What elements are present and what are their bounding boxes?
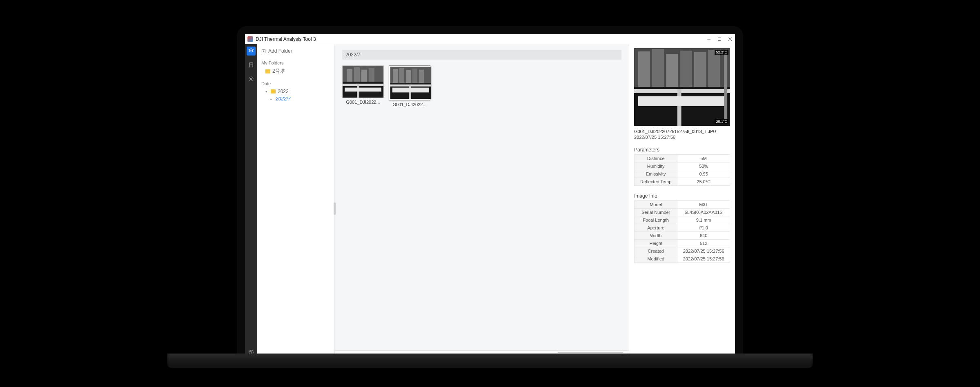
rail-settings-icon[interactable] bbox=[247, 74, 256, 83]
date-year-row[interactable]: ▾ 2022 bbox=[261, 88, 330, 95]
my-folders-label: My Folders bbox=[261, 60, 330, 65]
svg-rect-28 bbox=[419, 70, 424, 83]
add-folder-label: Add Folder bbox=[268, 48, 292, 54]
svg-rect-1 bbox=[718, 38, 721, 40]
image-info-title: Image Info bbox=[634, 193, 730, 199]
thumbnail-label: G001_DJI2022... bbox=[389, 102, 430, 107]
table-row: Width640 bbox=[635, 232, 730, 240]
table-row: Modified2022/07/25 15:27:56 bbox=[635, 255, 730, 263]
svg-rect-26 bbox=[406, 70, 411, 83]
table-row: Humidity50% bbox=[635, 162, 730, 170]
file-name: G001_DJI20220725152756_0013_T.JPG bbox=[634, 129, 730, 134]
svg-rect-25 bbox=[399, 68, 404, 83]
svg-rect-34 bbox=[638, 51, 650, 87]
minimize-button[interactable] bbox=[706, 37, 711, 42]
svg-rect-17 bbox=[361, 70, 367, 82]
svg-rect-37 bbox=[680, 51, 692, 87]
table-row: Serial Number5L4SK6A02AA01S bbox=[635, 209, 730, 216]
svg-rect-38 bbox=[694, 52, 706, 87]
thumbnail-image bbox=[390, 67, 432, 99]
table-row: Focal Length9.1 mm bbox=[635, 216, 730, 224]
parameters-table: Distance5M Humidity50% Emissivity0.95 Re… bbox=[634, 154, 730, 186]
table-row: Height512 bbox=[635, 240, 730, 247]
svg-rect-43 bbox=[724, 53, 727, 121]
svg-rect-36 bbox=[666, 54, 678, 87]
date-month-label: 2022/7 bbox=[276, 96, 291, 102]
folder-icon bbox=[271, 89, 276, 93]
add-folder-button[interactable]: Add Folder bbox=[261, 47, 330, 55]
svg-rect-31 bbox=[392, 88, 429, 93]
date-month-row[interactable]: ▸ 2022/7 bbox=[261, 95, 330, 102]
svg-rect-42 bbox=[638, 96, 726, 106]
date-year-label: 2022 bbox=[278, 89, 289, 94]
left-rail bbox=[245, 44, 257, 361]
titlebar: DJI Thermal Analysis Tool 3 bbox=[245, 34, 735, 44]
svg-rect-27 bbox=[412, 69, 417, 83]
table-row: Emissivity0.95 bbox=[635, 170, 730, 178]
temp-high-badge: 52.2°C bbox=[715, 50, 728, 55]
maximize-button[interactable] bbox=[717, 37, 722, 42]
app-title: DJI Thermal Analysis Tool 3 bbox=[256, 36, 706, 42]
date-label: Date bbox=[261, 81, 330, 86]
rail-report-icon[interactable] bbox=[247, 60, 256, 69]
svg-rect-24 bbox=[393, 69, 398, 83]
svg-rect-41 bbox=[677, 89, 682, 126]
image-info-table: ModelM3T Serial Number5L4SK6A02AA01S Foc… bbox=[634, 200, 730, 263]
table-row: Distance5M bbox=[635, 155, 730, 162]
breadcrumb: 2022/7 bbox=[342, 50, 621, 60]
folder-label: 2号塔 bbox=[272, 68, 285, 75]
table-row: Created2022/07/25 15:27:56 bbox=[635, 247, 730, 255]
thumbnail-image bbox=[342, 65, 384, 98]
parameters-title: Parameters bbox=[634, 147, 730, 153]
resize-handle[interactable] bbox=[334, 202, 336, 215]
temp-low-badge: 25.1°C bbox=[715, 119, 728, 124]
table-row: Aperturef/1.0 bbox=[635, 224, 730, 232]
app-icon bbox=[247, 36, 253, 42]
svg-rect-18 bbox=[369, 68, 374, 82]
chevron-right-icon: ▸ bbox=[270, 97, 274, 101]
svg-rect-39 bbox=[708, 50, 720, 87]
svg-rect-35 bbox=[652, 49, 664, 87]
chevron-down-icon: ▾ bbox=[265, 90, 269, 93]
svg-rect-21 bbox=[345, 88, 381, 92]
folder-row[interactable]: 2号塔 bbox=[261, 67, 330, 76]
table-row: ModelM3T bbox=[635, 201, 730, 209]
table-row: Reflected Temp25.0°C bbox=[635, 178, 730, 186]
detail-panel: 52.2°C 25.1°C G001_DJI20220725152756_001… bbox=[629, 44, 735, 361]
svg-rect-15 bbox=[347, 69, 352, 82]
preview-image: 52.2°C 25.1°C bbox=[634, 48, 730, 126]
thumbnail[interactable]: G001_DJI2022... bbox=[342, 65, 384, 107]
svg-point-7 bbox=[250, 78, 252, 80]
rail-library-icon[interactable] bbox=[247, 47, 256, 56]
svg-rect-40 bbox=[634, 89, 730, 93]
file-date: 2022/07/25 15:27:56 bbox=[634, 135, 730, 140]
close-button[interactable] bbox=[728, 37, 733, 42]
folder-panel: Add Folder My Folders 2号塔 Date ▾ 2022 ▸ … bbox=[257, 44, 335, 361]
folder-icon bbox=[265, 69, 270, 73]
thumbnail[interactable]: G001_DJI2022... bbox=[389, 65, 430, 107]
content-panel: 2022/7 bbox=[335, 44, 629, 361]
svg-rect-16 bbox=[354, 67, 360, 82]
svg-rect-19 bbox=[343, 84, 383, 86]
thumbnail-label: G001_DJI2022... bbox=[342, 100, 384, 105]
